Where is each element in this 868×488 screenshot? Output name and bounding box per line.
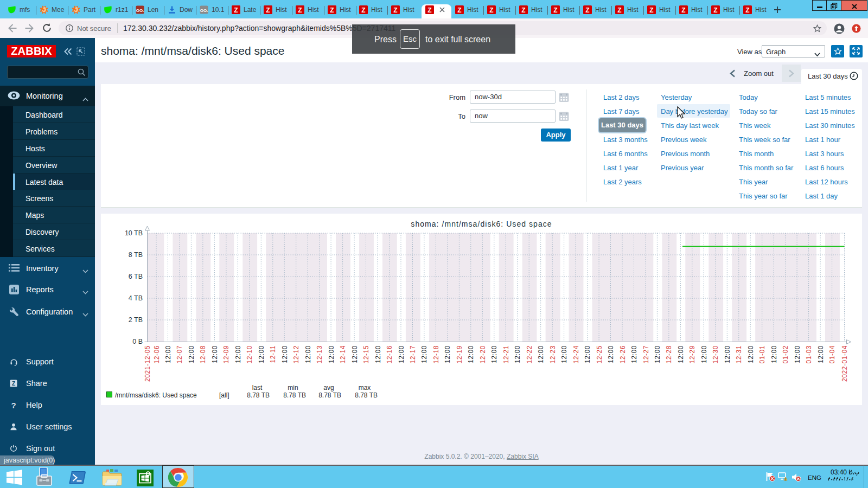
svg-text:12-26: 12-26 [619,345,627,363]
svg-text:Z: Z [266,7,270,14]
svg-text:12:00: 12:00 [560,345,568,363]
svg-text:12-15: 12-15 [362,345,370,363]
svg-text:Z: Z [745,7,749,14]
svg-text:12:00: 12:00 [304,345,312,363]
svg-text:10 TB: 10 TB [125,229,143,237]
svg-text:Z: Z [681,7,685,14]
svg-text:12-13: 12-13 [316,345,323,363]
svg-text:12:00: 12:00 [281,345,289,363]
svg-text:12:00: 12:00 [677,345,685,363]
svg-text:Z: Z [298,7,302,14]
svg-text:12-14: 12-14 [339,345,347,363]
svg-text:12-29: 12-29 [688,345,696,363]
svg-text:Z: Z [427,7,431,14]
svg-text:12:00: 12:00 [794,345,801,363]
svg-text:Z: Z [330,7,334,14]
svg-text:2022-01-04: 2022-01-04 [841,345,848,382]
svg-text:01-04: 01-04 [828,345,836,363]
svg-text:OO.: OO. [200,8,208,13]
svg-text:12-16: 12-16 [386,345,393,363]
svg-text:12-24: 12-24 [572,345,580,363]
svg-text:12:00: 12:00 [770,345,778,363]
svg-text:12:00: 12:00 [351,345,359,363]
svg-text:12-12: 12-12 [292,345,300,363]
svg-text:12:00: 12:00 [537,345,545,363]
svg-text:12:00: 12:00 [258,345,265,363]
svg-text:12-19: 12-19 [456,345,463,363]
svg-text:12-06: 12-06 [153,345,161,363]
svg-text:12-28: 12-28 [665,345,673,363]
svg-text:12:00: 12:00 [374,345,382,363]
svg-text:12:00: 12:00 [211,345,219,363]
svg-text:12-25: 12-25 [596,345,603,363]
svg-text:12-17: 12-17 [409,345,417,363]
svg-text:12:00: 12:00 [444,345,451,363]
svg-text:12:00: 12:00 [328,345,335,363]
svg-text:Z: Z [393,7,397,14]
svg-text:12:00: 12:00 [607,345,615,363]
svg-text:?: ? [11,401,16,410]
svg-text:12:00: 12:00 [398,345,405,363]
svg-text:Z: Z [585,7,589,14]
svg-text:Z: Z [12,381,15,387]
svg-text:Z: Z [617,7,621,14]
svg-text:Z: Z [489,7,493,14]
svg-text:12:00: 12:00 [630,345,638,363]
svg-text:12:00: 12:00 [490,345,498,363]
svg-text:Z: Z [361,7,365,14]
svg-text:12:00: 12:00 [724,345,731,363]
svg-text:12-22: 12-22 [526,345,533,363]
svg-text:12:00: 12:00 [188,345,195,363]
svg-text:12-30: 12-30 [712,345,719,363]
svg-text:12:00: 12:00 [467,345,475,363]
svg-text:2 TB: 2 TB [129,316,143,324]
svg-text:Z: Z [713,7,717,14]
svg-text:12-10: 12-10 [246,345,253,363]
svg-text:12-09: 12-09 [222,345,230,363]
svg-text:12-08: 12-08 [199,345,207,363]
svg-text:12-20: 12-20 [479,345,487,363]
svg-text:12:00: 12:00 [700,345,708,363]
svg-text:Z: Z [457,7,461,14]
svg-text:12-23: 12-23 [549,345,557,363]
svg-text:12:00: 12:00 [420,345,428,363]
svg-text:03:40: 03:40 [831,468,847,476]
svg-text:01-01: 01-01 [758,345,766,363]
svg-text:Z: Z [521,7,525,14]
svg-text:12-07: 12-07 [176,345,183,363]
svg-text:12:00: 12:00 [654,345,661,363]
svg-text:Z: Z [553,7,557,14]
svg-text:12-31: 12-31 [735,345,743,363]
svg-text:4 TB: 4 TB [129,294,143,302]
svg-text:12:00: 12:00 [234,345,242,363]
svg-text:2021-12-05: 2021-12-05 [144,345,151,382]
svg-text:0 B: 0 B [132,338,143,345]
svg-text:01-02: 01-02 [782,345,789,363]
svg-text:OO.: OO. [136,8,144,13]
svg-text:12:00: 12:00 [584,345,591,363]
svg-text:12-18: 12-18 [432,345,440,363]
svg-text:12-11: 12-11 [269,345,277,363]
svg-text:01-03: 01-03 [805,345,813,363]
svg-text:12:00: 12:00 [164,345,172,363]
svg-text:Z: Z [649,7,653,14]
svg-text:8 TB: 8 TB [129,251,143,259]
svg-text:12:00: 12:00 [514,345,521,363]
svg-text:6 TB: 6 TB [129,273,143,280]
svg-text:12-27: 12-27 [642,345,650,363]
svg-text:12:00: 12:00 [817,345,825,363]
svg-text:12-21: 12-21 [502,345,510,363]
svg-text:Z: Z [234,7,238,14]
svg-text:12:00: 12:00 [747,345,755,363]
